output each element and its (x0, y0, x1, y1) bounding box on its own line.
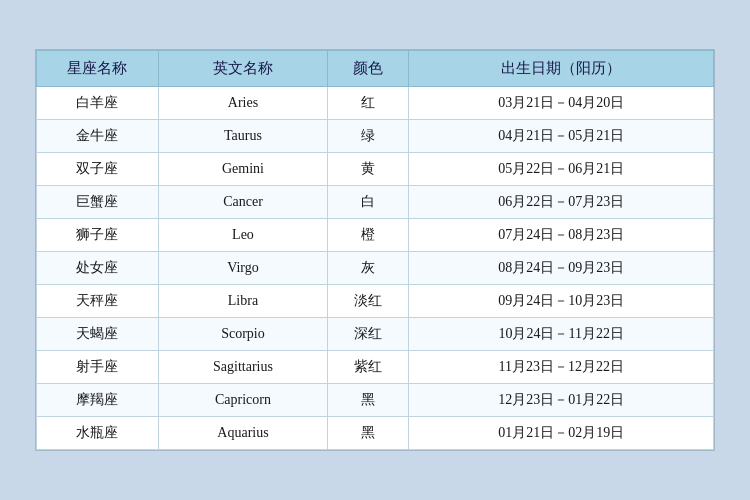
cell-chinese: 摩羯座 (37, 384, 159, 417)
cell-color: 紫红 (328, 351, 409, 384)
cell-chinese: 双子座 (37, 153, 159, 186)
cell-chinese: 天秤座 (37, 285, 159, 318)
cell-chinese: 处女座 (37, 252, 159, 285)
cell-english: Capricorn (158, 384, 327, 417)
cell-english: Libra (158, 285, 327, 318)
table-row: 射手座Sagittarius紫红11月23日－12月22日 (37, 351, 714, 384)
table-row: 狮子座Leo橙07月24日－08月23日 (37, 219, 714, 252)
cell-chinese: 天蝎座 (37, 318, 159, 351)
cell-english: Aries (158, 87, 327, 120)
cell-date: 07月24日－08月23日 (409, 219, 714, 252)
cell-color: 淡红 (328, 285, 409, 318)
cell-color: 深红 (328, 318, 409, 351)
table-row: 白羊座Aries红03月21日－04月20日 (37, 87, 714, 120)
cell-date: 03月21日－04月20日 (409, 87, 714, 120)
cell-english: Virgo (158, 252, 327, 285)
cell-date: 01月21日－02月19日 (409, 417, 714, 450)
cell-english: Leo (158, 219, 327, 252)
header-date: 出生日期（阳历） (409, 51, 714, 87)
header-color: 颜色 (328, 51, 409, 87)
cell-date: 04月21日－05月21日 (409, 120, 714, 153)
cell-color: 灰 (328, 252, 409, 285)
cell-color: 黄 (328, 153, 409, 186)
header-english: 英文名称 (158, 51, 327, 87)
cell-date: 11月23日－12月22日 (409, 351, 714, 384)
cell-chinese: 水瓶座 (37, 417, 159, 450)
cell-date: 10月24日－11月22日 (409, 318, 714, 351)
header-chinese: 星座名称 (37, 51, 159, 87)
cell-chinese: 巨蟹座 (37, 186, 159, 219)
cell-chinese: 白羊座 (37, 87, 159, 120)
cell-color: 红 (328, 87, 409, 120)
cell-english: Taurus (158, 120, 327, 153)
zodiac-table-container: 星座名称 英文名称 颜色 出生日期（阳历） 白羊座Aries红03月21日－04… (35, 49, 715, 451)
cell-english: Cancer (158, 186, 327, 219)
cell-color: 橙 (328, 219, 409, 252)
cell-english: Aquarius (158, 417, 327, 450)
table-row: 双子座Gemini黄05月22日－06月21日 (37, 153, 714, 186)
cell-english: Gemini (158, 153, 327, 186)
cell-chinese: 金牛座 (37, 120, 159, 153)
cell-english: Sagittarius (158, 351, 327, 384)
cell-chinese: 射手座 (37, 351, 159, 384)
cell-date: 08月24日－09月23日 (409, 252, 714, 285)
zodiac-table: 星座名称 英文名称 颜色 出生日期（阳历） 白羊座Aries红03月21日－04… (36, 50, 714, 450)
cell-color: 绿 (328, 120, 409, 153)
table-row: 金牛座Taurus绿04月21日－05月21日 (37, 120, 714, 153)
cell-date: 09月24日－10月23日 (409, 285, 714, 318)
cell-date: 05月22日－06月21日 (409, 153, 714, 186)
cell-color: 黑 (328, 384, 409, 417)
table-row: 天秤座Libra淡红09月24日－10月23日 (37, 285, 714, 318)
table-row: 处女座Virgo灰08月24日－09月23日 (37, 252, 714, 285)
cell-date: 12月23日－01月22日 (409, 384, 714, 417)
cell-date: 06月22日－07月23日 (409, 186, 714, 219)
cell-english: Scorpio (158, 318, 327, 351)
cell-chinese: 狮子座 (37, 219, 159, 252)
cell-color: 白 (328, 186, 409, 219)
cell-color: 黑 (328, 417, 409, 450)
table-row: 巨蟹座Cancer白06月22日－07月23日 (37, 186, 714, 219)
table-row: 水瓶座Aquarius黑01月21日－02月19日 (37, 417, 714, 450)
table-header-row: 星座名称 英文名称 颜色 出生日期（阳历） (37, 51, 714, 87)
table-row: 天蝎座Scorpio深红10月24日－11月22日 (37, 318, 714, 351)
table-row: 摩羯座Capricorn黑12月23日－01月22日 (37, 384, 714, 417)
